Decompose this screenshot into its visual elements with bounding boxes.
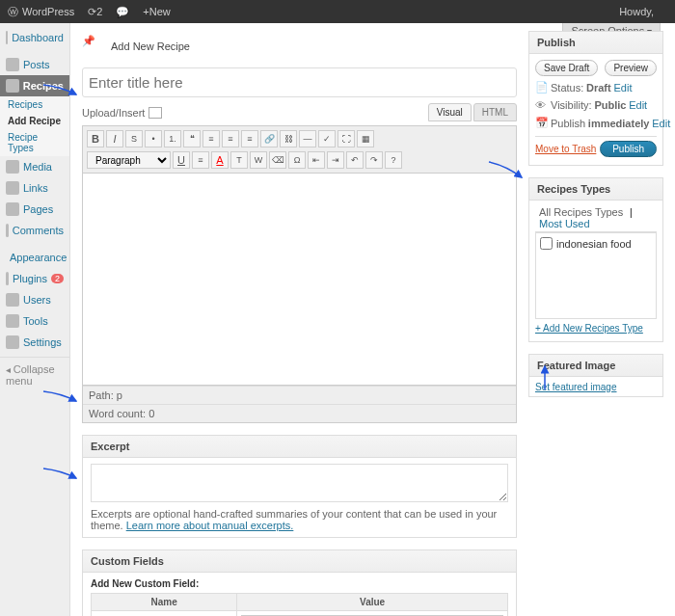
tb-strike[interactable]: S	[125, 130, 143, 147]
menu-recipes[interactable]: Recipes	[0, 75, 69, 96]
status-value: Draft	[586, 82, 611, 94]
excerpt-heading[interactable]: Excerpt	[83, 436, 516, 458]
comment-icon	[6, 224, 9, 237]
tax-tab-most[interactable]: Most Used	[535, 218, 594, 229]
page-title-text: Add New Recipe	[111, 40, 190, 52]
tb-char[interactable]: Ω	[288, 151, 306, 169]
update-count: 2	[96, 6, 102, 17]
menu-pages[interactable]: Pages	[0, 199, 69, 220]
wordpress-icon: ⓦ	[8, 5, 18, 19]
tax-item-label: indonesian food	[556, 238, 632, 250]
menu-media[interactable]: Media	[0, 156, 69, 177]
menu-links[interactable]: Links	[0, 177, 69, 199]
tb-indent[interactable]: ⇥	[327, 151, 344, 169]
howdy-label: Howdy,	[619, 6, 654, 17]
save-draft-button[interactable]: Save Draft	[535, 60, 598, 76]
tb-ol[interactable]: 1.	[164, 130, 181, 147]
title-input[interactable]	[82, 67, 517, 97]
submenu-recipe-types[interactable]: Recipe Types	[0, 129, 69, 156]
tax-item[interactable]: indonesian food	[540, 237, 652, 250]
menu-comments[interactable]: Comments	[0, 220, 69, 241]
recipes-types-heading[interactable]: Recipes Types	[529, 178, 662, 201]
tb-format-select[interactable]: Paragraph	[87, 151, 171, 169]
pin-icon	[6, 79, 19, 93]
menu-tools[interactable]: Tools	[0, 310, 69, 332]
tb-align-left[interactable]: ≡	[202, 130, 220, 147]
submenu-add-recipe[interactable]: Add Recipe	[0, 113, 69, 129]
pushpin-icon: 📌	[82, 35, 105, 58]
excerpt-box: Excerpt Excerpts are optional hand-craft…	[82, 435, 517, 538]
visibility-value: Public	[594, 99, 626, 111]
tax-checkbox[interactable]	[540, 237, 553, 250]
media-icon	[6, 160, 19, 174]
tb-ul[interactable]: •	[145, 130, 162, 147]
publish-button[interactable]: Publish	[600, 141, 657, 157]
tb-more[interactable]: —	[299, 130, 316, 147]
set-featured-image[interactable]: Set featured image	[535, 382, 617, 392]
tb-clear[interactable]: ⌫	[269, 151, 286, 169]
excerpt-textarea[interactable]	[91, 464, 508, 502]
cf-th-value: Value	[237, 594, 508, 611]
collapse-menu[interactable]: ◂ Collapse menu	[0, 357, 69, 392]
schedule-edit[interactable]: Edit	[652, 118, 670, 129]
menu-dashboard[interactable]: Dashboard	[0, 27, 69, 48]
menu-settings-label: Settings	[23, 336, 62, 348]
plugins-badge: 2	[51, 274, 64, 283]
collapse-label: Collapse menu	[6, 363, 55, 387]
menu-plugins-label: Plugins	[13, 273, 47, 284]
visibility-edit[interactable]: Edit	[629, 99, 647, 111]
tb-quote[interactable]: ❝	[183, 130, 201, 147]
updates-link[interactable]: ⟳ 2	[88, 6, 102, 18]
cf-addnew-label: Add New Custom Field:	[91, 578, 508, 589]
content-editor[interactable]	[82, 174, 517, 386]
refresh-icon: ⟳	[88, 6, 96, 18]
tb-justify[interactable]: ≡	[192, 151, 209, 169]
tab-html[interactable]: HTML	[473, 103, 517, 121]
tb-undo[interactable]: ↶	[346, 151, 364, 169]
tax-tab-all[interactable]: All Recipes Types	[535, 206, 627, 218]
tb-redo[interactable]: ↷	[365, 151, 383, 169]
tb-kitchensink[interactable]: ▦	[357, 130, 374, 147]
menu-links-label: Links	[23, 182, 48, 194]
comments-link[interactable]: 💬	[116, 6, 129, 18]
featured-image-box: Featured Image Set featured image	[528, 354, 663, 397]
tb-help[interactable]: ?	[385, 151, 402, 169]
tb-bold[interactable]: B	[87, 130, 104, 147]
featured-image-heading[interactable]: Featured Image	[529, 355, 662, 377]
preview-button[interactable]: Preview	[605, 60, 657, 76]
site-name: WordPress	[22, 6, 74, 17]
tb-align-right[interactable]: ≡	[241, 130, 258, 147]
excerpt-hint-link[interactable]: Learn more about manual excerpts.	[126, 520, 294, 531]
menu-settings[interactable]: Settings	[0, 332, 69, 353]
upload-media-icon[interactable]	[148, 107, 162, 119]
menu-plugins[interactable]: Plugins2	[0, 268, 69, 289]
new-link[interactable]: + New	[143, 6, 170, 17]
submenu-recipes[interactable]: Recipes	[0, 96, 69, 113]
menu-posts[interactable]: Posts	[0, 54, 69, 75]
tb-pastetext[interactable]: T	[230, 151, 248, 169]
tb-pasteword[interactable]: W	[250, 151, 267, 169]
tb-link[interactable]: 🔗	[260, 130, 278, 147]
editor-wordcount: Word count: 0	[83, 404, 516, 422]
editor-path: Path: p	[83, 386, 516, 404]
howdy-link[interactable]: Howdy,	[619, 6, 654, 17]
tb-align-center[interactable]: ≡	[222, 130, 239, 147]
move-to-trash[interactable]: Move to Trash	[535, 144, 596, 154]
tb-underline[interactable]: U	[173, 151, 190, 169]
menu-media-label: Media	[23, 161, 52, 173]
status-edit[interactable]: Edit	[613, 82, 632, 94]
wp-logo[interactable]: ⓦWordPress	[8, 5, 74, 19]
custom-fields-heading[interactable]: Custom Fields	[83, 550, 516, 573]
add-new-tax[interactable]: + Add New Recipes Type	[535, 319, 657, 337]
tb-color[interactable]: A	[211, 151, 229, 169]
tb-italic[interactable]: I	[106, 130, 123, 147]
tb-outdent[interactable]: ⇤	[308, 151, 325, 169]
menu-appearance[interactable]: Appearance	[0, 247, 69, 268]
admin-sidebar: Dashboard Posts Recipes Recipes Add Reci…	[0, 23, 70, 616]
tab-visual[interactable]: Visual	[428, 103, 472, 121]
menu-users[interactable]: Users	[0, 289, 69, 310]
tb-fullscreen[interactable]: ⛶	[338, 130, 355, 147]
tb-spell[interactable]: ✓	[318, 130, 336, 147]
publish-heading[interactable]: Publish	[529, 32, 662, 54]
tb-unlink[interactable]: ⛓	[280, 130, 297, 147]
